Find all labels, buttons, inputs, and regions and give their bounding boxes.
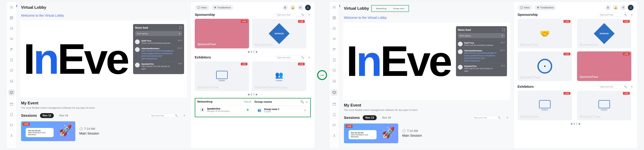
trash-icon[interactable]: 🗑	[605, 5, 611, 10]
session-card[interactable]: LIVE You are all set! Start checking in …	[21, 121, 186, 141]
filter-icon[interactable]: ▾	[630, 85, 634, 88]
building-icon[interactable]	[10, 26, 14, 31]
sponsor-label: SponsorTwo	[520, 43, 538, 46]
layers-icon[interactable]	[10, 37, 14, 41]
clipboard-icon[interactable]	[332, 112, 336, 117]
news-item[interactable]: AttendeeNineteenhttps://inevent.com/en/k…	[458, 48, 505, 63]
user-small-icon[interactable]	[332, 133, 336, 138]
date-chip[interactable]: Nov 18	[380, 115, 394, 120]
troubleshoot-button[interactable]: 🛠 Troubleshoot	[212, 5, 233, 10]
exhibitor-card[interactable]: LIVE Exhibitor ExhibitorOne	[518, 91, 572, 120]
monitor-icon[interactable]	[10, 68, 14, 73]
chat-icon[interactable]	[10, 123, 14, 127]
sponsor-card[interactable]: LIVE SPONSOR SponsorOne	[252, 19, 306, 48]
building-icon[interactable]	[332, 26, 336, 31]
pager-page[interactable]: 1	[251, 93, 252, 96]
exhibitors-search[interactable]: Type your text 🔍	[275, 55, 306, 59]
send-icon[interactable]: ➤	[179, 32, 180, 35]
pager-prev-icon[interactable]: ◀	[570, 122, 572, 125]
pager-page[interactable]: 1	[574, 122, 575, 125]
news-item[interactable]: Staff Four Check out the Eventland podca…	[135, 38, 182, 46]
sponsor-card[interactable]: LIVE 🤝 SponsorTwo	[518, 19, 572, 48]
troubleshoot-button[interactable]: 🛠 Troubleshoot	[534, 5, 556, 10]
networking-card[interactable]: ⬇ SpeakerOne Manager @ My Mompany	[197, 105, 251, 115]
clipboard-icon[interactable]	[10, 112, 14, 117]
stage-icon[interactable]	[332, 79, 336, 83]
user-small-icon[interactable]	[10, 133, 14, 138]
expand-icon[interactable]: ⛶	[502, 29, 505, 32]
exhibitor-card[interactable]: LIVE Exhibitor ExhibitorThree	[577, 91, 631, 120]
group-room-card[interactable]: 👥 Group room 1 0 online ⧉	[254, 105, 308, 115]
exhibitor-card[interactable]: LIVE Exhibitor ExhibitorThree	[195, 61, 249, 91]
news-feed-input[interactable]: Start typing... ➤	[135, 31, 182, 36]
inbox-button[interactable]: 💬 Inbox	[195, 5, 210, 10]
date-chip[interactable]: Nov 18	[57, 113, 70, 118]
sessions-search[interactable]: Type your text 🔍	[148, 113, 180, 117]
search-icon[interactable]: 🔍	[300, 100, 304, 104]
tab-group-room[interactable]: Group room	[390, 7, 407, 11]
pager-prev-icon[interactable]: ◀	[248, 93, 250, 96]
expand-icon[interactable]: ⛶	[180, 26, 182, 29]
grid-icon[interactable]	[10, 16, 14, 20]
sponsorship-search[interactable]: Type your text 🔍	[598, 13, 629, 17]
sessions-search[interactable]: Type your text 🔍	[472, 116, 503, 120]
calendar-icon[interactable]	[10, 102, 14, 106]
news-link[interactable]: https://inevent.com/en/knowledge/14-Gues…	[141, 50, 174, 60]
bell-icon[interactable]: 🔔	[290, 5, 296, 10]
news-item[interactable]: SpeakerOne Can't wait for the next sessi…	[135, 61, 182, 72]
pager-next-icon[interactable]: ▶	[256, 93, 258, 96]
people-icon[interactable]	[332, 47, 336, 52]
monitor-icon[interactable]	[332, 68, 336, 73]
pager-page[interactable]: 2	[576, 122, 578, 125]
user-avatar-icon[interactable]: 👤	[628, 5, 634, 10]
filter-icon[interactable]: ▾	[308, 56, 311, 59]
grid-icon[interactable]	[332, 16, 336, 20]
exhibitor-card[interactable]: LIVE 👥 Exhibitor ExhibitorTwo-Company	[252, 61, 306, 91]
people-icon[interactable]	[10, 47, 14, 52]
sponsor-card[interactable]: LIVE SponsorFour	[577, 51, 631, 81]
filter-icon[interactable]: ▾	[308, 13, 311, 16]
pager-next-icon[interactable]: ▶	[256, 50, 258, 53]
date-chip-active[interactable]: Nov 13	[363, 115, 376, 120]
exhibitors-search[interactable]: Type your text 🔍	[598, 85, 629, 89]
layers-icon[interactable]	[332, 37, 336, 41]
filter-icon[interactable]: ▾	[506, 116, 509, 119]
inbox-button[interactable]: 💬 Inbox	[518, 5, 532, 10]
session-card[interactable]: LIVE You are all set! Start checking in …	[344, 123, 509, 143]
desktop-icon[interactable]	[331, 89, 338, 96]
news-item[interactable]: Staff FourCheck out the Eventland podcas…	[458, 40, 505, 48]
add-icon[interactable]: ＋	[306, 100, 308, 104]
chat-icon[interactable]	[332, 123, 336, 127]
bell-icon[interactable]: 🔔	[613, 5, 618, 10]
sponsor-card[interactable]: LIVE SPONSOR SponsorOne	[577, 19, 631, 48]
news-item[interactable]: AttendeeNineteen https://inevent.com/en/…	[135, 46, 182, 61]
pager-page[interactable]: 2	[253, 93, 255, 96]
sponsor-card[interactable]: LIVE SponsorFour	[195, 19, 249, 48]
sponsorship-search[interactable]: Type your text 🔍	[275, 13, 306, 17]
gear-icon[interactable]: ⚙	[620, 5, 626, 10]
bookmark-icon[interactable]	[10, 58, 14, 62]
bookmark-icon[interactable]	[332, 58, 336, 62]
filter-icon[interactable]: ▾	[630, 13, 634, 16]
pager-prev-icon[interactable]: ◀	[248, 50, 250, 53]
pager-page[interactable]: 2	[253, 50, 255, 53]
user-avatar-icon[interactable]: 👤	[305, 5, 311, 10]
news-feed-input[interactable]: Start typing... ➤	[458, 33, 505, 38]
hamburger-icon[interactable]	[332, 5, 336, 9]
stage-icon[interactable]	[10, 79, 14, 83]
expand-window-icon[interactable]: ⧉	[304, 109, 306, 112]
calendar-icon[interactable]	[332, 102, 336, 106]
filter-icon[interactable]: ▾	[183, 114, 186, 117]
trash-icon[interactable]: 🗑	[282, 5, 288, 10]
news-item[interactable]: SpeakerOneCan't wait for the next sessio…	[458, 63, 505, 74]
desktop-icon[interactable]	[8, 89, 15, 96]
gear-icon[interactable]: ⚙	[298, 5, 303, 10]
pager-page[interactable]: 1	[251, 50, 252, 53]
pager-next-icon[interactable]: ▶	[579, 122, 581, 125]
hamburger-icon[interactable]	[10, 5, 14, 9]
tab-networking[interactable]: Networking	[373, 7, 389, 11]
date-chip-active[interactable]: Nov 13	[40, 113, 54, 118]
send-icon[interactable]: ➤	[502, 34, 503, 37]
view-all-link[interactable]: View all	[244, 100, 251, 103]
sponsor-card[interactable]: LIVE ★ SponsorThree	[518, 51, 572, 81]
